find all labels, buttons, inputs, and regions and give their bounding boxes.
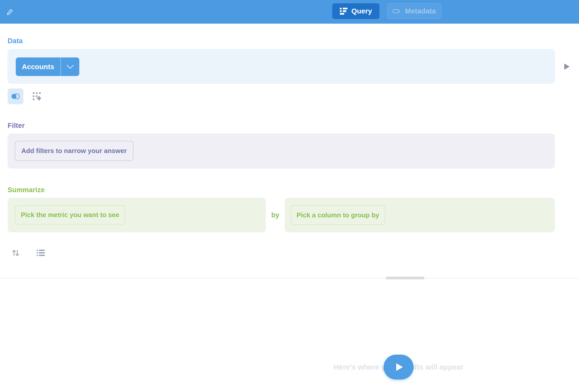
tab-query[interactable]: Query (332, 3, 379, 19)
summarize-metric-panel: Pick the metric you want to see (8, 198, 266, 232)
data-step-label: Data (8, 37, 23, 45)
run-query-button[interactable] (384, 355, 414, 380)
preview-step-button[interactable] (561, 61, 572, 72)
play-icon (396, 363, 403, 371)
add-filter-button[interactable]: Add filters to narrow your answer (15, 141, 133, 161)
summarize-breakout-panel: Pick a column to group by (285, 198, 555, 232)
table-picker[interactable]: Accounts (16, 57, 79, 76)
play-icon (563, 63, 570, 70)
pencil-icon (6, 8, 14, 16)
summarize-step-actions (11, 249, 45, 257)
chevron-down-icon (66, 65, 74, 69)
top-bar: Query Metadata (0, 0, 579, 24)
summarize-step-label: Summarize (8, 186, 45, 194)
notebook-list-icon (340, 7, 347, 15)
summarize-by-label: by (266, 198, 285, 232)
results-resize-handle[interactable] (386, 277, 424, 279)
sort-icon (12, 249, 20, 257)
table-picker-caret[interactable] (60, 57, 79, 76)
table-picker-label[interactable]: Accounts (16, 57, 60, 76)
sort-step-button[interactable] (11, 249, 20, 257)
data-step-actions (8, 88, 41, 104)
edit-title-button[interactable] (5, 7, 15, 17)
tag-icon (393, 7, 401, 15)
join-data-button[interactable] (8, 88, 23, 104)
tab-metadata-label: Metadata (405, 7, 436, 15)
tab-metadata[interactable]: Metadata (387, 3, 441, 19)
filter-step-panel: Add filters to narrow your answer (8, 133, 555, 169)
join-data-icon (11, 93, 20, 100)
pick-metric-button[interactable]: Pick the metric you want to see (15, 205, 125, 224)
tab-query-label: Query (352, 7, 372, 15)
data-step-panel: Accounts (8, 49, 555, 84)
results-divider (0, 278, 579, 278)
editor-tab-group: Query Metadata (332, 3, 441, 19)
custom-column-icon (33, 92, 41, 100)
filter-step-label: Filter (8, 122, 25, 130)
custom-column-button[interactable] (33, 92, 41, 101)
row-limit-button[interactable] (36, 249, 45, 257)
row-limit-icon (37, 249, 45, 257)
pick-groupby-column-button[interactable]: Pick a column to group by (291, 205, 385, 225)
